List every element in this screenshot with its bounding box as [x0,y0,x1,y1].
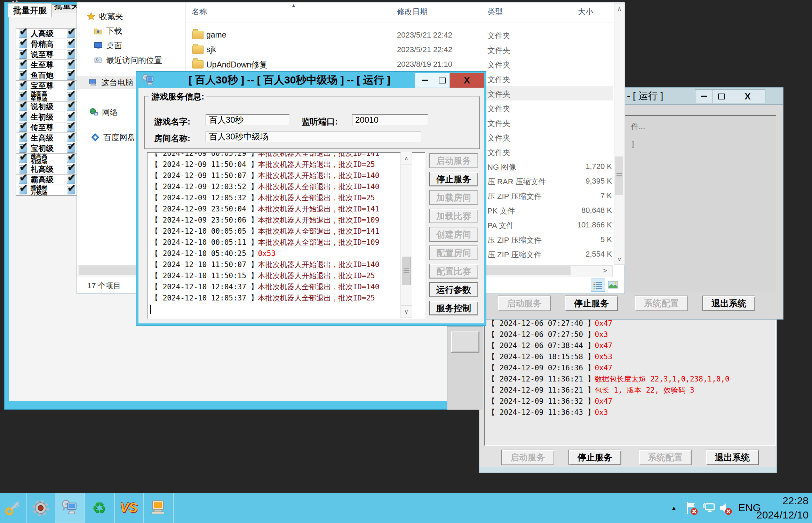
server-a-button-1[interactable]: 启动服务 [498,296,551,311]
column-header-3[interactable]: 类型 [487,7,503,17]
taskbar: ♻VS ▲ ENG 22:28 2024/12/10 [0,493,812,523]
scroll-down-icon[interactable]: ∨ [401,305,412,317]
scroll-down-icon[interactable]: ∨ [614,254,624,264]
sidebar-item-1[interactable]: 收藏夹 [87,10,123,23]
recycle-icon: ♻ [90,499,108,517]
game-button-6[interactable]: 配置房间 [429,246,478,260]
sidebar-item-4[interactable]: 最近访问的位置 [94,54,162,66]
sidebar-item-6[interactable]: 网络 [89,106,118,119]
tab-batch-open[interactable]: 批量开服 [8,3,52,17]
sidebar-item-7[interactable]: 百度网盘 [91,131,135,144]
key-icon [4,499,22,517]
log-line: 【 2024-12-09 02:16:36 】0x47 [488,362,775,373]
server-a-button-2[interactable]: 停止服务 [565,296,618,311]
table-row[interactable]: UpAndDown修复2023/8/19 21:10文件夹 [188,57,613,71]
game-button-2[interactable]: 停止服务 [429,172,478,186]
legacy-pc-icon [149,499,167,517]
batch-room-checklist: ✔人高级✔✔骨精高✔✔说至尊✔✔生至尊✔✔鱼百炮✔✔宝至尊✔✔跳高高至尊场✔✔说… [16,28,80,196]
batch-open-checkbox[interactable]: ✔ [19,186,27,194]
batch-item-row: ✔摇钱树万炮场✔ [16,185,79,195]
vertical-scrollbar-thumb[interactable] [615,156,623,195]
taskbar-button-recycle[interactable]: ♻ [84,493,115,523]
minimize-button[interactable] [415,73,435,88]
log-timestamp: 【 2024-12-10 05:40:25 】 [151,249,258,258]
vertical-scrollbar[interactable]: ∧ ∨ [614,3,625,265]
log-scrollbar-thumb[interactable] [402,257,411,285]
file-type: 文件夹 [487,60,510,70]
maximize-button[interactable] [713,89,731,103]
log-line: 【 2024-12-10 05:40:25 】0x53 [151,248,425,259]
minimize-button[interactable] [695,89,713,103]
text-caret [150,305,151,314]
game-name-field[interactable] [206,114,290,126]
game-button-5[interactable]: 创建房间 [429,227,478,242]
folder-icon [192,60,204,69]
game-log-list[interactable]: 【 2024-12-09 00:05:29 】本批次机器人全部退出，批次ID=1… [147,152,425,319]
tray-expand-button[interactable]: ▲ [669,504,679,512]
log-message: 本批次机器人全部退出，批次ID=109 [258,238,380,247]
server-b-button-4[interactable]: 退出系统 [706,450,759,465]
game-button-8[interactable]: 运行参数 [429,282,478,297]
taskbar-button-game-server-app[interactable] [55,493,85,523]
log-message: 0x47 [595,319,613,328]
port-field[interactable] [352,114,428,126]
table-row[interactable]: game2023/5/21 22:42文件夹 [188,27,613,42]
partial-button[interactable] [451,331,479,353]
scroll-up-icon[interactable]: ∧ [614,3,624,14]
table-row[interactable]: sjk2023/5/21 22:42文件夹 [188,42,613,57]
taskbar-clock[interactable]: 22:28 2024/12/10 [756,493,809,522]
close-button[interactable]: X [730,89,765,103]
game-button-9[interactable]: 服务控制 [429,301,478,315]
file-type: 文件夹 [487,147,510,158]
column-divider [64,112,64,122]
server-b-log-list[interactable]: 【 2024-12-06 07:27:40 】0x47【 2024-12-06 … [484,314,776,446]
recycle-glyph: ♻ [92,500,106,516]
scroll-up-icon[interactable]: ∧ [401,152,412,164]
file-type: 文件夹 [487,89,510,99]
groupbox-label: 游戏服务信息: [149,91,206,102]
batch-close-checkbox[interactable]: ✔ [67,186,75,194]
sidebar-item-2[interactable]: 下载 [94,25,122,37]
scroll-right-icon[interactable]: > [598,266,612,275]
log-vertical-scrollbar[interactable]: ∧ ∨ [400,152,412,318]
game-button-1[interactable]: 启动服务 [429,153,478,168]
column-header-4[interactable]: 大小 [578,7,593,17]
action-center-flag-icon[interactable] [684,500,699,516]
details-view-button[interactable] [591,279,605,292]
sidebar-item-3[interactable]: 桌面 [94,39,122,52]
server-b-button-1[interactable]: 启动服务 [501,450,554,465]
log-timestamp: 【 2024-12-09 11:36:21 】 [488,375,595,383]
thumbnails-view-button[interactable] [606,279,620,291]
sidebar-item-label: 网络 [102,107,118,118]
check-icon: ✔ [67,182,76,194]
volume-muted-icon[interactable] [717,500,733,516]
computer-icon [89,78,98,87]
server-a-button-3[interactable]: 系统配置 [635,296,688,311]
server-b-button-2[interactable]: 停止服务 [568,450,621,465]
network-status-icon[interactable] [701,500,717,516]
server-a-button-4[interactable]: 退出系统 [702,296,755,311]
log-line: 【 2024-12-09 11:50:04 】本批次机器人开始退出，批次ID=2… [151,159,425,170]
recent-places-icon [94,56,103,65]
item-count-label: 17 个项目 [87,281,121,291]
server-b-button-3[interactable]: 系统配置 [639,450,692,465]
batch-item-label: 骨精高 [31,40,64,48]
column-header-1[interactable]: 名称 [192,7,207,17]
game-button-3[interactable]: 加载房间 [429,190,478,205]
sort-ascending-icon: ▲ [291,2,296,8]
column-header-2[interactable]: 修改日期 [397,7,428,17]
details-view-icon [593,281,603,290]
log-message: 本批次机器人全部退出，批次ID=25 [258,294,375,302]
game-button-7[interactable]: 配置比赛 [429,264,478,279]
log-message: 本批次机器人开始退出，批次ID=25 [258,160,375,169]
taskbar-button-legacy-pc[interactable] [143,493,174,523]
taskbar-button-vs[interactable]: VS [114,493,144,523]
maximize-button[interactable] [434,73,450,88]
room-field[interactable] [206,131,421,143]
game-button-4[interactable]: 加载比赛 [429,209,478,223]
log-line: 【 2024-12-09 11:36:43 】0x3 [488,407,775,418]
taskbar-button-key[interactable] [0,493,27,523]
taskbar-button-gear[interactable] [26,493,56,523]
column-divider [64,122,64,132]
close-button[interactable]: X [449,73,484,88]
